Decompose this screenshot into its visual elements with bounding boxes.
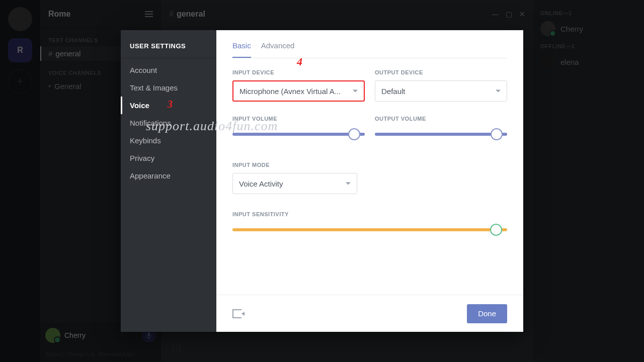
logout-icon[interactable] — [232, 309, 242, 318]
settings-item-appearance[interactable]: Appearance — [121, 167, 216, 185]
chevron-down-icon — [353, 90, 358, 93]
output-volume-label: OUTPUT VOLUME — [375, 116, 507, 122]
input-volume-label: INPUT VOLUME — [232, 116, 365, 122]
input-sensitivity-label: INPUT SENSITIVITY — [232, 211, 507, 217]
divider — [121, 58, 216, 58]
input-device-label: INPUT DEVICE — [232, 69, 365, 75]
tab-advanced[interactable]: Advanced — [261, 41, 295, 58]
tab-basic[interactable]: Basic — [232, 41, 251, 58]
slider-track — [375, 133, 507, 136]
settings-item-text-images[interactable]: Text & Images — [121, 79, 216, 97]
slider-track — [232, 228, 507, 231]
input-volume-slider[interactable] — [232, 127, 365, 142]
settings-item-account[interactable]: Account — [121, 61, 216, 79]
settings-footer: Done — [216, 295, 523, 332]
settings-tabs: Basic Advanced — [216, 30, 523, 58]
settings-item-label: Voice — [130, 101, 149, 110]
output-device-value: Default — [381, 87, 406, 96]
slider-thumb[interactable] — [490, 224, 502, 236]
input-mode-label: INPUT MODE — [232, 162, 507, 168]
input-sensitivity-slider[interactable] — [232, 222, 507, 237]
chevron-down-icon — [496, 90, 501, 93]
input-mode-select[interactable]: Voice Activity — [232, 173, 357, 194]
settings-panel: Basic Advanced INPUT DEVICE 4 Microphone… — [216, 30, 523, 332]
input-device-value: Microphone (Avnex Virtual A... — [239, 87, 341, 96]
settings-item-privacy[interactable]: Privacy — [121, 149, 216, 167]
slider-thumb[interactable] — [491, 128, 503, 140]
input-mode-value: Voice Activity — [239, 179, 283, 188]
input-device-select[interactable]: Microphone (Avnex Virtual A... — [232, 80, 365, 102]
settings-item-keybinds[interactable]: Keybinds — [121, 132, 216, 149]
settings-sidebar: USER SETTINGS Account Text & Images Voic… — [121, 30, 216, 332]
chevron-down-icon — [346, 183, 351, 185]
settings-item-voice[interactable]: Voice 3 — [121, 97, 216, 114]
user-settings-modal: USER SETTINGS Account Text & Images Voic… — [121, 30, 523, 332]
done-button[interactable]: Done — [467, 304, 507, 323]
output-volume-slider[interactable] — [375, 127, 507, 142]
settings-item-notifications[interactable]: Notifications — [121, 114, 216, 132]
slider-thumb[interactable] — [348, 128, 360, 140]
output-device-select[interactable]: Default — [375, 80, 507, 102]
settings-body: INPUT DEVICE 4 Microphone (Avnex Virtual… — [216, 58, 523, 295]
slider-track — [232, 133, 365, 136]
output-device-label: OUTPUT DEVICE — [375, 69, 507, 75]
annotation-step-3: 3 — [168, 99, 173, 110]
settings-title: USER SETTINGS — [121, 30, 216, 58]
annotation-step-4: 4 — [297, 58, 302, 68]
